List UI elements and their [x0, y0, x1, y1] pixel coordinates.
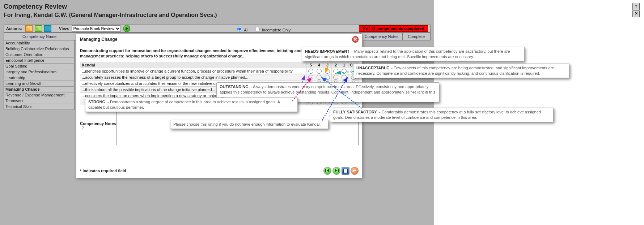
progress-badge: 2 of 12 competencies completed	[359, 25, 428, 32]
behavior-text: ...identifies opportunities to improve o…	[80, 68, 307, 74]
col-header-complete: Complete	[403, 33, 430, 40]
rating-cell	[340, 68, 348, 74]
edit-single-icon[interactable]	[25, 25, 33, 32]
callout-cc: Please choose this rating if you do not …	[170, 120, 329, 129]
modal-footer: * Indicates required field	[80, 167, 359, 175]
competency-row[interactable]: Integrity and Professionalism	[4, 69, 75, 75]
modal-title: Managing Change	[80, 37, 352, 42]
save-button[interactable]	[342, 167, 349, 175]
col-header-name: Competency Name	[4, 33, 75, 40]
rating-cell	[332, 68, 340, 74]
rating-header-5: 5	[307, 62, 315, 68]
rating-cell	[315, 74, 323, 80]
competency-list: AccountabilityBuilding Collaborative Rel…	[4, 40, 75, 110]
callout-needs-improvement: NEEDS IMPROVEMENT - Many aspects related…	[302, 47, 525, 61]
callout-fully-satisfactory: FULLY SATISFACTORY - Comfortably demonst…	[330, 108, 554, 122]
callout-strong-title: STRONG	[88, 100, 105, 104]
rating-radio[interactable]	[308, 75, 313, 80]
competency-row[interactable]: Technical Skills	[4, 104, 75, 110]
rating-header-3: 3	[323, 62, 332, 68]
rating-header-2: 2	[332, 62, 340, 68]
competency-row[interactable]: Teamwork	[4, 98, 75, 104]
rating-radio[interactable]	[342, 69, 347, 74]
callout-needs-improvement-title: NEEDS IMPROVEMENT	[305, 49, 349, 53]
competency-notes-label-text: Competency Notes	[80, 121, 116, 126]
cancel-button[interactable]	[351, 167, 359, 175]
rating-header-1: 1	[340, 62, 348, 68]
col-header-notes: Competency Notes	[361, 33, 403, 40]
print-icon[interactable]	[44, 25, 51, 32]
notes-help-icon[interactable]: ?	[81, 126, 84, 130]
page-title: Competency Review	[4, 3, 431, 10]
behavior-text: ...accurately assesses the readiness of …	[80, 74, 307, 80]
window-controls: ? ✕	[622, 3, 640, 17]
callout-cc-body: Please choose this rating if you do not …	[173, 122, 321, 126]
help-button[interactable]: ?	[632, 3, 640, 10]
view-select[interactable]: Printable Blank Review	[72, 25, 121, 32]
rating-radio[interactable]	[317, 75, 322, 80]
callout-strong: STRONG - Demonstrates a strong degree of…	[85, 98, 298, 112]
competency-row[interactable]: Revenue / Expense Management	[4, 92, 75, 98]
actions-label: Actions:	[4, 26, 24, 31]
filter-group: All Incomplete Only	[236, 26, 294, 32]
edit-all-icon[interactable]	[35, 25, 42, 32]
required-field-note: * Indicates required field	[80, 169, 322, 173]
callout-outstanding-title: OUTSTANDING	[220, 85, 249, 89]
rating-cell	[323, 74, 332, 80]
rating-radio[interactable]	[308, 69, 313, 74]
competency-row[interactable]: Building Collaborative Relationships	[4, 46, 75, 52]
callout-fully-satisfactory-title: FULLY SATISFACTORY	[333, 110, 377, 114]
rating-cell	[332, 74, 340, 80]
view-label: View:	[57, 26, 72, 31]
modal-header: Managing Change	[76, 34, 362, 45]
filter-all-label: All	[244, 28, 248, 32]
competency-row[interactable]: Managing Change	[4, 87, 75, 92]
rating-radio[interactable]	[317, 69, 322, 74]
close-window-button[interactable]: ✕	[632, 10, 640, 17]
competency-row[interactable]: Emotional Intelligence	[4, 58, 75, 64]
prev-competency-button[interactable]	[323, 167, 331, 175]
toolbar: Actions: View: Printable Blank Review Al…	[4, 25, 431, 33]
rating-cell	[323, 68, 332, 74]
ratee-name-header: Kendal	[80, 62, 307, 68]
behavior-row: ...identifies opportunities to improve o…	[80, 68, 359, 74]
filter-incomplete-option[interactable]: Incomplete Only	[253, 28, 291, 32]
rating-cell	[307, 68, 315, 74]
competency-row[interactable]: Customer Orientation	[4, 52, 75, 58]
callout-unacceptable: UNACCEPTABLE - Few aspects of this compe…	[353, 64, 569, 78]
competency-row[interactable]: Learning and Growth	[4, 81, 75, 87]
page-subtitle: For Irving, Kendal G.W. (General Manager…	[4, 12, 431, 18]
filter-all-option[interactable]: All	[236, 28, 249, 32]
filter-incomplete-label: Incomplete Only	[262, 28, 291, 32]
callout-unacceptable-title: UNACCEPTABLE	[356, 66, 389, 70]
rating-cell	[315, 68, 323, 74]
rating-radio[interactable]	[325, 75, 330, 80]
competency-row[interactable]: Goal Setting	[4, 64, 75, 69]
page-header: Competency Review For Irving, Kendal G.W…	[4, 3, 431, 18]
view-go-button[interactable]	[123, 25, 130, 32]
rating-radio[interactable]	[325, 69, 330, 74]
rating-radio[interactable]	[333, 69, 338, 74]
next-competency-button[interactable]	[332, 167, 340, 175]
rating-cell	[307, 74, 315, 80]
rating-cell	[340, 74, 348, 80]
competency-row[interactable]: Leadership	[4, 75, 75, 81]
callout-strong-body: Demonstrates a strong degree of competen…	[88, 100, 280, 109]
behavior-row: ...accurately assesses the readiness of …	[80, 74, 359, 80]
rating-radio[interactable]	[333, 75, 338, 80]
modal-close-button[interactable]	[352, 36, 359, 43]
competency-row[interactable]: Accountability	[4, 40, 75, 46]
rating-header-4: 4	[315, 62, 323, 68]
rating-radio[interactable]	[342, 75, 347, 80]
